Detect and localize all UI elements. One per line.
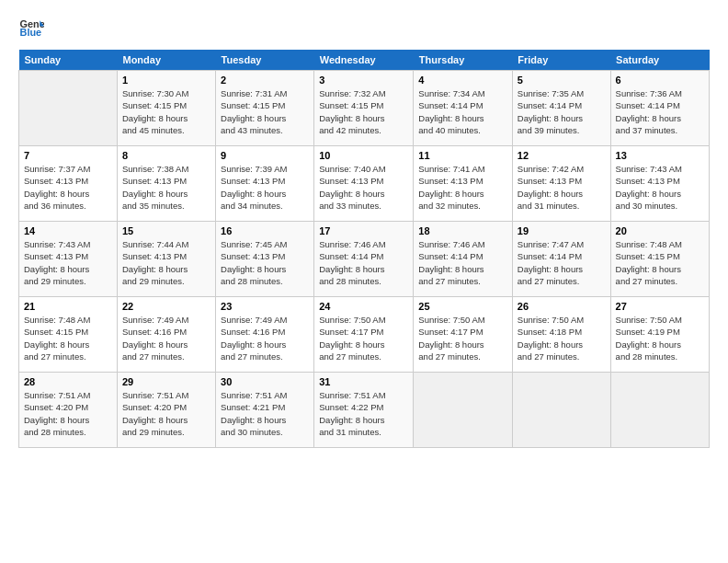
day-header-thursday: Thursday bbox=[414, 50, 512, 71]
calendar-week-4: 21Sunrise: 7:48 AM Sunset: 4:15 PM Dayli… bbox=[19, 297, 710, 373]
day-info: Sunrise: 7:39 AM Sunset: 4:13 PM Dayligh… bbox=[221, 163, 309, 212]
day-info: Sunrise: 7:47 AM Sunset: 4:14 PM Dayligh… bbox=[518, 238, 606, 287]
day-info: Sunrise: 7:49 AM Sunset: 4:16 PM Dayligh… bbox=[221, 314, 309, 362]
day-number: 22 bbox=[122, 301, 210, 312]
day-info: Sunrise: 7:31 AM Sunset: 4:15 PM Dayligh… bbox=[221, 87, 309, 136]
calendar-cell: 19Sunrise: 7:47 AM Sunset: 4:14 PM Dayli… bbox=[512, 222, 610, 297]
calendar-cell: 1Sunrise: 7:30 AM Sunset: 4:15 PM Daylig… bbox=[117, 71, 215, 146]
calendar-cell: 9Sunrise: 7:39 AM Sunset: 4:13 PM Daylig… bbox=[216, 146, 314, 222]
calendar-table: SundayMondayTuesdayWednesdayThursdayFrid… bbox=[18, 50, 710, 448]
day-info: Sunrise: 7:46 AM Sunset: 4:14 PM Dayligh… bbox=[418, 238, 506, 287]
day-number: 8 bbox=[122, 150, 210, 161]
day-number: 31 bbox=[319, 376, 408, 387]
calendar-cell: 24Sunrise: 7:50 AM Sunset: 4:17 PM Dayli… bbox=[314, 297, 414, 373]
calendar-cell: 2Sunrise: 7:31 AM Sunset: 4:15 PM Daylig… bbox=[216, 71, 314, 146]
day-number: 20 bbox=[616, 225, 704, 236]
day-number: 13 bbox=[616, 150, 704, 161]
day-number: 24 bbox=[319, 301, 408, 312]
calendar-cell: 7Sunrise: 7:37 AM Sunset: 4:13 PM Daylig… bbox=[19, 146, 118, 222]
calendar-cell: 11Sunrise: 7:41 AM Sunset: 4:13 PM Dayli… bbox=[414, 146, 512, 222]
day-info: Sunrise: 7:38 AM Sunset: 4:13 PM Dayligh… bbox=[122, 163, 210, 212]
day-info: Sunrise: 7:32 AM Sunset: 4:15 PM Dayligh… bbox=[319, 87, 408, 136]
calendar-body: 1Sunrise: 7:30 AM Sunset: 4:15 PM Daylig… bbox=[19, 71, 710, 448]
calendar-cell: 3Sunrise: 7:32 AM Sunset: 4:15 PM Daylig… bbox=[314, 71, 414, 146]
calendar-cell: 13Sunrise: 7:43 AM Sunset: 4:13 PM Dayli… bbox=[610, 146, 709, 222]
header-row: General Blue bbox=[18, 15, 710, 40]
day-number: 9 bbox=[221, 150, 309, 161]
day-info: Sunrise: 7:41 AM Sunset: 4:13 PM Dayligh… bbox=[418, 163, 506, 212]
day-header-monday: Monday bbox=[117, 50, 215, 71]
day-number: 29 bbox=[122, 376, 210, 387]
calendar-cell: 16Sunrise: 7:45 AM Sunset: 4:13 PM Dayli… bbox=[216, 222, 314, 297]
day-number: 26 bbox=[518, 301, 606, 312]
day-info: Sunrise: 7:43 AM Sunset: 4:13 PM Dayligh… bbox=[616, 163, 704, 212]
calendar-cell: 14Sunrise: 7:43 AM Sunset: 4:13 PM Dayli… bbox=[19, 222, 118, 297]
svg-text:Blue: Blue bbox=[20, 27, 42, 38]
calendar-cell: 17Sunrise: 7:46 AM Sunset: 4:14 PM Dayli… bbox=[314, 222, 414, 297]
day-info: Sunrise: 7:50 AM Sunset: 4:17 PM Dayligh… bbox=[418, 314, 506, 362]
calendar-cell bbox=[414, 373, 512, 448]
calendar-cell: 31Sunrise: 7:51 AM Sunset: 4:22 PM Dayli… bbox=[314, 373, 414, 448]
calendar-cell: 23Sunrise: 7:49 AM Sunset: 4:16 PM Dayli… bbox=[216, 297, 314, 373]
logo: General Blue bbox=[18, 15, 46, 40]
calendar-cell: 10Sunrise: 7:40 AM Sunset: 4:13 PM Dayli… bbox=[314, 146, 414, 222]
calendar-cell: 28Sunrise: 7:51 AM Sunset: 4:20 PM Dayli… bbox=[19, 373, 118, 448]
day-info: Sunrise: 7:44 AM Sunset: 4:13 PM Dayligh… bbox=[122, 238, 210, 287]
day-number: 1 bbox=[122, 75, 210, 86]
day-number: 17 bbox=[319, 225, 408, 236]
day-number: 28 bbox=[24, 376, 112, 387]
calendar-cell: 21Sunrise: 7:48 AM Sunset: 4:15 PM Dayli… bbox=[19, 297, 118, 373]
calendar-cell: 30Sunrise: 7:51 AM Sunset: 4:21 PM Dayli… bbox=[216, 373, 314, 448]
header-row-days: SundayMondayTuesdayWednesdayThursdayFrid… bbox=[19, 50, 710, 71]
day-number: 5 bbox=[518, 75, 606, 86]
day-info: Sunrise: 7:35 AM Sunset: 4:14 PM Dayligh… bbox=[518, 87, 606, 136]
day-info: Sunrise: 7:51 AM Sunset: 4:20 PM Dayligh… bbox=[24, 389, 112, 438]
day-info: Sunrise: 7:40 AM Sunset: 4:13 PM Dayligh… bbox=[319, 163, 408, 212]
calendar-cell: 20Sunrise: 7:48 AM Sunset: 4:15 PM Dayli… bbox=[610, 222, 709, 297]
day-info: Sunrise: 7:48 AM Sunset: 4:15 PM Dayligh… bbox=[616, 238, 704, 287]
day-header-saturday: Saturday bbox=[610, 50, 709, 71]
day-header-wednesday: Wednesday bbox=[314, 50, 414, 71]
day-number: 7 bbox=[24, 150, 112, 161]
day-number: 12 bbox=[518, 150, 606, 161]
day-number: 4 bbox=[418, 75, 506, 86]
calendar-cell: 26Sunrise: 7:50 AM Sunset: 4:18 PM Dayli… bbox=[512, 297, 610, 373]
calendar-week-3: 14Sunrise: 7:43 AM Sunset: 4:13 PM Dayli… bbox=[19, 222, 710, 297]
calendar-cell: 8Sunrise: 7:38 AM Sunset: 4:13 PM Daylig… bbox=[117, 146, 215, 222]
day-number: 18 bbox=[418, 225, 506, 236]
calendar-week-2: 7Sunrise: 7:37 AM Sunset: 4:13 PM Daylig… bbox=[19, 146, 710, 222]
day-info: Sunrise: 7:48 AM Sunset: 4:15 PM Dayligh… bbox=[24, 314, 112, 362]
page-container: General Blue SundayMondayTuesdayWednesda… bbox=[0, 0, 728, 457]
day-number: 11 bbox=[418, 150, 506, 161]
calendar-cell: 4Sunrise: 7:34 AM Sunset: 4:14 PM Daylig… bbox=[414, 71, 512, 146]
calendar-cell: 29Sunrise: 7:51 AM Sunset: 4:20 PM Dayli… bbox=[117, 373, 215, 448]
day-header-sunday: Sunday bbox=[19, 50, 118, 71]
calendar-cell: 5Sunrise: 7:35 AM Sunset: 4:14 PM Daylig… bbox=[512, 71, 610, 146]
day-number: 16 bbox=[221, 225, 309, 236]
day-info: Sunrise: 7:51 AM Sunset: 4:20 PM Dayligh… bbox=[122, 389, 210, 438]
day-info: Sunrise: 7:50 AM Sunset: 4:19 PM Dayligh… bbox=[616, 314, 704, 362]
day-header-friday: Friday bbox=[512, 50, 610, 71]
calendar-cell bbox=[19, 71, 118, 146]
day-info: Sunrise: 7:34 AM Sunset: 4:14 PM Dayligh… bbox=[418, 87, 506, 136]
day-info: Sunrise: 7:42 AM Sunset: 4:13 PM Dayligh… bbox=[518, 163, 606, 212]
day-info: Sunrise: 7:51 AM Sunset: 4:21 PM Dayligh… bbox=[221, 389, 309, 438]
day-info: Sunrise: 7:37 AM Sunset: 4:13 PM Dayligh… bbox=[24, 163, 112, 212]
day-info: Sunrise: 7:50 AM Sunset: 4:18 PM Dayligh… bbox=[518, 314, 606, 362]
day-number: 25 bbox=[418, 301, 506, 312]
day-number: 27 bbox=[616, 301, 704, 312]
logo-icon: General Blue bbox=[18, 15, 44, 40]
day-number: 14 bbox=[24, 225, 112, 236]
day-number: 15 bbox=[122, 225, 210, 236]
day-number: 2 bbox=[221, 75, 309, 86]
calendar-cell: 12Sunrise: 7:42 AM Sunset: 4:13 PM Dayli… bbox=[512, 146, 610, 222]
day-number: 21 bbox=[24, 301, 112, 312]
calendar-cell: 18Sunrise: 7:46 AM Sunset: 4:14 PM Dayli… bbox=[414, 222, 512, 297]
calendar-week-1: 1Sunrise: 7:30 AM Sunset: 4:15 PM Daylig… bbox=[19, 71, 710, 146]
calendar-cell: 22Sunrise: 7:49 AM Sunset: 4:16 PM Dayli… bbox=[117, 297, 215, 373]
day-number: 19 bbox=[518, 225, 606, 236]
calendar-cell: 15Sunrise: 7:44 AM Sunset: 4:13 PM Dayli… bbox=[117, 222, 215, 297]
day-info: Sunrise: 7:51 AM Sunset: 4:22 PM Dayligh… bbox=[319, 389, 408, 438]
day-header-tuesday: Tuesday bbox=[216, 50, 314, 71]
calendar-cell: 6Sunrise: 7:36 AM Sunset: 4:14 PM Daylig… bbox=[610, 71, 709, 146]
